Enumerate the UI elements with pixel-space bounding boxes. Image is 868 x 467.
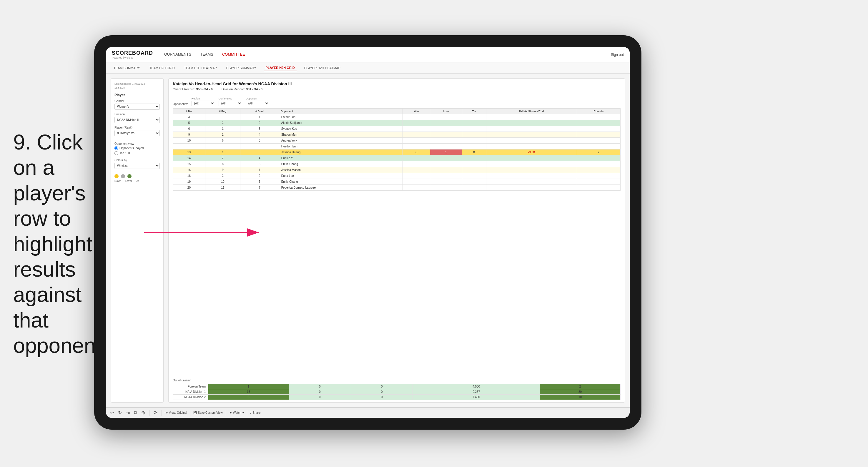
radio-top100: Top 100 (115, 151, 160, 155)
col-rounds: Rounds (577, 108, 620, 114)
nav-right: | Sign out (607, 53, 624, 57)
nav-tournaments[interactable]: TOURNAMENTS (162, 51, 191, 58)
watch-icon: 👁 (229, 411, 232, 414)
view-original-btn[interactable]: 👁 View: Original (165, 411, 187, 414)
sub-nav-team-h2h-heatmap[interactable]: TEAM H2H HEATMAP (182, 65, 219, 71)
bottom-toolbar: ↩ ↻ ⇥ ⧉ ⊕ ⟳ 👁 View: Original 💾 Save Cust… (106, 407, 630, 418)
filter-opponent: Opponent (All) (246, 97, 269, 106)
paste-btn[interactable]: ⊕ (140, 409, 146, 416)
dot-up (127, 174, 131, 178)
opponent-select[interactable]: (All) (246, 101, 269, 106)
out-table-row: NCAA Division 25007.40010 (173, 395, 621, 400)
col-reg: # Reg (205, 108, 240, 114)
data-table-wrapper: # Div # Reg # Conf Opponent Win Loss Tie… (168, 108, 625, 376)
table-row[interactable]: 613Sydney Kuo (173, 126, 621, 132)
tablet-frame: SCOREBOARD Powered by clippd TOURNAMENTS… (94, 35, 642, 430)
opponents-label: Opponents: (173, 102, 188, 106)
save-icon: 💾 (193, 411, 197, 414)
legend-dots (115, 174, 160, 178)
division-record: Division Record: 331 - 34 - 6 (222, 87, 262, 91)
logo-text: SCOREBOARD (112, 50, 153, 56)
logo-area: SCOREBOARD Powered by clippd (112, 50, 153, 59)
table-row[interactable]: 1474Eunice Yi (173, 155, 621, 161)
main-content: Last Updated: 27/03/2024 16:55:28 Player… (106, 73, 630, 407)
col-div: # Div (173, 108, 206, 114)
legend-labels: Down Level Up (115, 180, 160, 182)
view-icon: 👁 (165, 411, 168, 414)
out-table-row: Foreign Team1004.5002 (173, 384, 621, 389)
gender-select[interactable]: Women's (115, 103, 160, 110)
grid-header: Katelyn Vo Head-to-Head Grid for Women's… (168, 79, 625, 95)
dot-down (115, 174, 119, 178)
table-row[interactable]: 914Sharon Mun (173, 132, 621, 138)
refresh-btn[interactable]: ⟳ (152, 409, 159, 416)
share-btn[interactable]: ⤴ Share (250, 411, 261, 414)
logo-sub: Powered by clippd (112, 56, 153, 59)
sub-nav-team-h2h-grid[interactable]: TEAM H2H GRID (148, 65, 177, 71)
sub-nav-player-h2h-heatmap[interactable]: PLAYER H2H HEATMAP (303, 65, 342, 71)
col-loss: Loss (430, 108, 462, 114)
copy-btn[interactable]: ⧉ (133, 410, 138, 416)
sub-nav-player-h2h-grid[interactable]: PLAYER H2H GRID (264, 65, 297, 71)
table-row[interactable]: 1063Andrea York (173, 138, 621, 144)
watch-btn[interactable]: 👁 Watch ▾ (229, 411, 244, 414)
opponent-view: Opponent view Opponents Played Top 100 (115, 142, 160, 155)
gender-label: Gender (115, 99, 160, 103)
table-row[interactable]: 20117Federica Domecq Lacroze (173, 185, 621, 191)
division-select[interactable]: NCAA Division III (115, 117, 160, 123)
table-row[interactable]: 31Esther Lee (173, 114, 621, 120)
save-custom-btn[interactable]: 💾 Save Custom View (193, 411, 223, 414)
table-row[interactable]: 1585Stella Chang (173, 161, 621, 167)
radio-opponents-played-input[interactable] (115, 146, 118, 150)
table-row[interactable]: HeeJo Hyun (173, 144, 621, 150)
out-table: Foreign Team1004.5002NAIA Division 11500… (173, 384, 621, 400)
sign-out-link[interactable]: Sign out (611, 53, 624, 57)
records-row: Overall Record: 353 - 34 - 6 Division Re… (173, 87, 621, 91)
nav-committee[interactable]: COMMITTEE (222, 51, 245, 58)
colour-by-select[interactable]: Win/loss (115, 163, 160, 169)
nav-links: TOURNAMENTS TEAMS COMMITTEE (162, 51, 607, 58)
out-of-div-title: Out of division (173, 379, 621, 382)
redo-btn[interactable]: ↻ (117, 409, 123, 416)
colour-by-label: Colour by (115, 159, 160, 162)
filter-row: Opponents: Region (All) Conference (All) (168, 95, 625, 108)
region-select[interactable]: (All) (191, 101, 215, 106)
tablet-screen: SCOREBOARD Powered by clippd TOURNAMENTS… (106, 47, 630, 418)
player-rank-select[interactable]: 8. Katelyn Vo (115, 130, 160, 136)
conference-select[interactable]: (All) (219, 101, 242, 106)
sub-nav: TEAM SUMMARY TEAM H2H GRID TEAM H2H HEAT… (106, 62, 630, 73)
col-win: Win (403, 108, 430, 114)
radio-opponents-played: Opponents Played (115, 146, 160, 150)
table-row[interactable]: 1691Jessica Mason (173, 167, 621, 173)
undo-btn[interactable]: ↩ (109, 409, 115, 416)
player-rank-label: Player (Rank) (115, 126, 160, 129)
col-tie: Tie (462, 108, 486, 114)
last-updated: Last Updated: 27/03/2024 16:55:28 (115, 82, 160, 89)
data-table: # Div # Reg # Conf Opponent Win Loss Tie… (173, 108, 621, 191)
filter-region: Region (All) (191, 97, 215, 106)
table-row[interactable]: 131Jessica Huang010-3.002 (173, 150, 621, 155)
table-row[interactable]: 1822Euna Lee (173, 173, 621, 179)
table-row[interactable]: 19106Emily Chang (173, 179, 621, 185)
col-diff: Diff Av Strokes/Rnd (486, 108, 577, 114)
nav-bar: SCOREBOARD Powered by clippd TOURNAMENTS… (106, 47, 630, 62)
left-panel: Last Updated: 27/03/2024 16:55:28 Player… (111, 78, 164, 403)
share-icon: ⤴ (250, 411, 252, 414)
colour-by-section: Colour by Win/loss Down Level Up (115, 159, 160, 182)
overall-record: Overall Record: 353 - 34 - 6 (173, 87, 213, 91)
annotation-text: 9. Click on a player's row to highlight … (13, 129, 93, 359)
right-panel: Katelyn Vo Head-to-Head Grid for Women's… (168, 78, 625, 403)
col-opponent: Opponent (279, 108, 403, 114)
col-conf: # Conf (240, 108, 279, 114)
opponent-view-label: Opponent view (115, 142, 160, 145)
sub-nav-player-summary[interactable]: PLAYER SUMMARY (224, 65, 258, 71)
dot-level (121, 174, 125, 178)
player-section-title: Player (115, 93, 160, 97)
out-table-row: NAIA Division 115009.26730 (173, 389, 621, 395)
radio-top100-input[interactable] (115, 151, 118, 155)
nav-teams[interactable]: TEAMS (200, 51, 213, 58)
sub-nav-team-summary[interactable]: TEAM SUMMARY (112, 65, 142, 71)
filter-conference: Conference (All) (219, 97, 242, 106)
table-row[interactable]: 522Alexis Sudjianto (173, 120, 621, 126)
forward-btn[interactable]: ⇥ (125, 409, 131, 416)
